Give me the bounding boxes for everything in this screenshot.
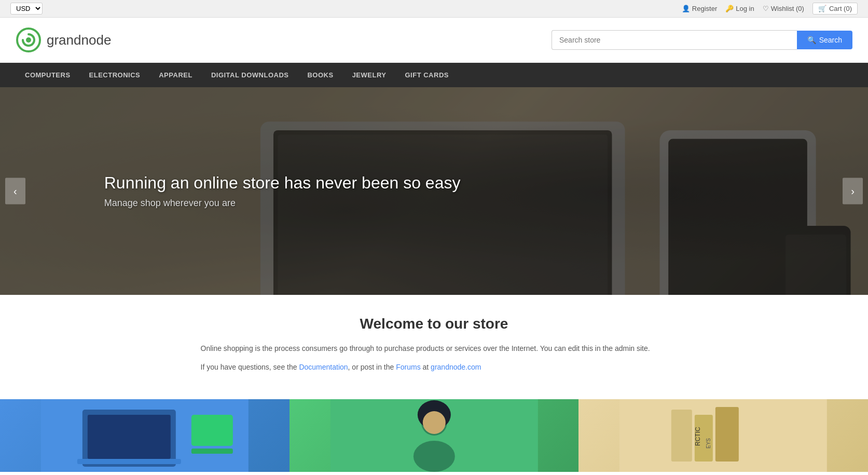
help-text-suffix: at	[421, 363, 431, 371]
slider-background: Running an online store has never been s…	[0, 87, 868, 295]
cart-label: Cart (0)	[829, 5, 852, 12]
currency-selector-wrapper: USD EUR GBP	[10, 3, 43, 15]
nav-item-digital-downloads: DIGITAL DOWNLOADS	[202, 63, 298, 87]
nav-link-digital-downloads[interactable]: DIGITAL DOWNLOADS	[202, 63, 298, 87]
nav-item-electronics: ELECTRONICS	[80, 63, 150, 87]
svg-rect-28	[671, 410, 692, 462]
hero-slider: Running an online store has never been s…	[0, 87, 868, 295]
register-label: Register	[692, 5, 717, 12]
forums-link[interactable]: Forums	[396, 363, 420, 371]
wishlist-label: Wishlist (0)	[771, 5, 804, 12]
search-input[interactable]	[552, 30, 797, 50]
svg-point-1	[26, 37, 31, 43]
logo-text: grandnode	[47, 32, 111, 48]
top-bar: USD EUR GBP 👤 Register 🔑 Log in ♡ Wishli…	[0, 0, 868, 18]
svg-rect-30	[715, 407, 739, 462]
welcome-description: Online shopping is the process consumers…	[201, 343, 668, 354]
slider-text-area: Running an online store has never been s…	[0, 87, 868, 295]
nav-link-computers[interactable]: COMPUTERS	[16, 63, 80, 87]
welcome-help-text: If you have questions, see the Documenta…	[201, 361, 668, 373]
user-icon: 👤	[682, 5, 690, 12]
login-label: Log in	[736, 5, 754, 12]
chevron-left-icon: ‹	[13, 185, 17, 197]
product-card-1[interactable]	[0, 399, 290, 472]
svg-rect-19	[77, 459, 181, 464]
signin-icon: 🔑	[725, 5, 734, 12]
product-card-1-svg	[0, 399, 290, 472]
documentation-link[interactable]: Documentation	[299, 363, 348, 371]
search-button-label: Search	[819, 36, 842, 44]
nav-link-electronics[interactable]: ELECTRONICS	[80, 63, 150, 87]
register-link[interactable]: 👤 Register	[682, 5, 717, 12]
svg-rect-18	[88, 415, 171, 459]
nav-item-gift-cards: GIFT CARDS	[396, 63, 458, 87]
svg-point-26	[423, 411, 446, 434]
search-button[interactable]: 🔍 Search	[797, 31, 852, 49]
slider-subtitle: Manage shop wherever you are	[104, 198, 236, 209]
svg-text:EYS: EYS	[706, 438, 711, 448]
top-bar-actions: 👤 Register 🔑 Log in ♡ Wishlist (0) 🛒 Car…	[682, 3, 858, 15]
heart-icon: ♡	[763, 5, 769, 12]
page-wrapper: USD EUR GBP 👤 Register 🔑 Log in ♡ Wishli…	[0, 0, 868, 475]
product-card-2[interactable]	[290, 399, 579, 472]
cart-button[interactable]: 🛒 Cart (0)	[812, 3, 858, 15]
currency-select[interactable]: USD EUR GBP	[10, 3, 43, 15]
welcome-title: Welcome to our store	[201, 316, 668, 332]
slider-title: Running an online store has never been s…	[104, 173, 461, 193]
nav-link-gift-cards[interactable]: GIFT CARDS	[396, 63, 458, 87]
search-bar: 🔍 Search	[552, 30, 852, 50]
chevron-right-icon: ›	[851, 185, 855, 197]
nav-item-computers: COMPUTERS	[16, 63, 80, 87]
nav-item-apparel: APPAREL	[149, 63, 202, 87]
nav-list: COMPUTERS ELECTRONICS APPAREL DIGITAL DO…	[16, 63, 852, 87]
nav-link-books[interactable]: BOOKS	[298, 63, 342, 87]
slider-prev-button[interactable]: ‹	[5, 178, 25, 205]
logo-link[interactable]: grandnode	[16, 27, 111, 53]
product-cards-row: RCTIC EYS	[0, 399, 868, 472]
nav-link-jewelry[interactable]: JEWELRY	[343, 63, 396, 87]
product-card-3-svg: RCTIC EYS	[578, 399, 868, 472]
nav-item-jewelry: JEWELRY	[343, 63, 396, 87]
wishlist-link[interactable]: ♡ Wishlist (0)	[763, 5, 804, 12]
main-nav: COMPUTERS ELECTRONICS APPAREL DIGITAL DO…	[0, 63, 868, 87]
svg-point-24	[414, 441, 455, 472]
product-card-3[interactable]: RCTIC EYS	[578, 399, 868, 472]
help-text-prefix: If you have questions, see the	[201, 363, 299, 371]
cart-icon: 🛒	[818, 5, 826, 12]
nav-link-apparel[interactable]: APPAREL	[149, 63, 202, 87]
product-card-2-svg	[290, 399, 579, 472]
slider-next-button[interactable]: ›	[843, 178, 863, 205]
main-content: Welcome to our store Online shopping is …	[0, 295, 868, 475]
svg-text:RCTIC: RCTIC	[694, 427, 701, 446]
welcome-section: Welcome to our store Online shopping is …	[185, 295, 683, 384]
help-text-mid: , or post in the	[348, 363, 396, 371]
search-icon: 🔍	[807, 36, 816, 44]
site-link[interactable]: grandnode.com	[431, 363, 481, 371]
nav-item-books: BOOKS	[298, 63, 342, 87]
logo-icon	[16, 27, 42, 53]
site-header: grandnode 🔍 Search	[0, 18, 868, 63]
login-link[interactable]: 🔑 Log in	[725, 5, 754, 12]
svg-rect-20	[191, 415, 233, 446]
svg-rect-21	[191, 449, 233, 454]
